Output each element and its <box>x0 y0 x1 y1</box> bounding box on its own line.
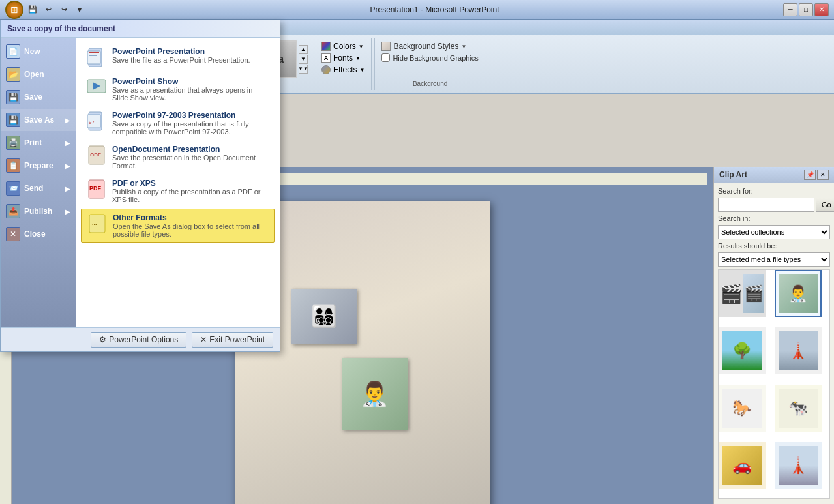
exit-powerpoint-btn[interactable]: ✕ Exit PowerPoint <box>192 332 273 348</box>
save-as-submenu: PowerPoint Presentation Save the file as… <box>81 43 275 243</box>
thumb-car[interactable]: 🚗 <box>719 442 766 489</box>
clip-art-body: Search for: Go Search in: Selected colle… <box>714 183 834 503</box>
ppt-desc: Save the file as a PowerPoint Presentati… <box>112 56 250 64</box>
office-button[interactable]: ⊞ <box>5 1 23 19</box>
maximize-btn[interactable]: □ <box>799 3 813 16</box>
title-bar-controls: ─ □ ✕ <box>783 3 829 16</box>
odf-title: OpenDocument Presentation <box>112 145 269 154</box>
thumb-tower[interactable]: 🗼 <box>775 327 822 374</box>
effects-dropdown-icon: ▼ <box>359 67 365 73</box>
search-input[interactable] <box>718 198 814 212</box>
clip-art-header: Clip Art 📌 ✕ <box>714 167 834 183</box>
new-icon: 📄 <box>6 44 20 59</box>
background-group-label: Background <box>379 80 481 87</box>
thumb-horse[interactable]: 🐎 <box>719 385 766 432</box>
odf-desc: Save the presentation in the Open Docume… <box>112 154 269 170</box>
search-in-dropdown[interactable]: Selected collections <box>718 225 830 239</box>
colors-btn[interactable]: Colors ▼ <box>319 40 367 52</box>
theme-scroll-more[interactable]: ▼▼ <box>299 65 308 74</box>
clip-art-header-btns: 📌 ✕ <box>804 170 829 180</box>
fonts-icon: A <box>321 53 331 63</box>
go-button[interactable]: Go <box>816 198 834 212</box>
show-title: PowerPoint Show <box>112 77 269 86</box>
thumb-eiffel[interactable]: 🗼 <box>775 442 822 489</box>
publish-label: Publish <box>24 207 52 216</box>
theme-scroll-down[interactable]: ▼ <box>299 55 308 64</box>
thumb-film[interactable]: 🎬 <box>719 270 766 317</box>
new-label: New <box>24 47 40 56</box>
results-grid: 🎬 👨‍⚕️ 🌳 🗼 🐎 🐄 <box>718 269 830 499</box>
redo-qat-btn[interactable]: ↪ <box>57 3 70 16</box>
prepare-icon: 📋 <box>6 158 20 173</box>
options-icon: ⚙ <box>99 335 106 344</box>
exit-label: Exit PowerPoint <box>209 335 265 344</box>
open-label: Open <box>24 70 44 79</box>
thumb-landscape[interactable]: 🌳 <box>719 327 766 374</box>
clip-art-pin-btn[interactable]: 📌 <box>804 170 816 180</box>
slide-image-doctor[interactable]: 👨‍⚕️ <box>342 358 408 430</box>
menu-item-prepare[interactable]: 📋 Prepare ▶ <box>1 155 76 177</box>
theme-scroll-up[interactable]: ▲ <box>299 45 308 54</box>
ppt97-text: PowerPoint 97-2003 Presentation Save a c… <box>112 111 269 136</box>
save-qat-btn[interactable]: 💾 <box>26 3 39 16</box>
effects-btn[interactable]: Effects ▼ <box>319 64 367 76</box>
hide-bg-checkbox[interactable] <box>381 53 390 62</box>
ribbon-group-theme-options: Colors ▼ A Fonts ▼ Effects ▼ <box>315 38 372 90</box>
ribbon-group-background: Background Styles ▼ Hide Background Grap… <box>374 38 484 90</box>
exit-icon: ✕ <box>200 335 207 344</box>
background-styles-btn[interactable]: Background Styles ▼ <box>379 40 481 52</box>
save-option-odf[interactable]: ODF OpenDocument Presentation Save the p… <box>81 141 275 173</box>
office-menu-footer: ⚙ PowerPoint Options ✕ Exit PowerPoint <box>1 327 280 351</box>
prepare-arrow: ▶ <box>65 162 70 170</box>
theme-scroll: ▲ ▼ ▼▼ <box>299 45 308 74</box>
odf-icon: ODF <box>86 145 107 166</box>
landscape-inner: 🌳 <box>722 331 762 370</box>
svg-text:PDF: PDF <box>89 185 102 192</box>
save-icon: 💾 <box>6 90 20 104</box>
menu-item-save-as[interactable]: 💾 Save As ▶ <box>1 109 76 131</box>
undo-qat-btn[interactable]: ↩ <box>42 3 55 16</box>
save-option-ppt[interactable]: PowerPoint Presentation Save the file as… <box>81 43 275 72</box>
pdf-title: PDF or XPS <box>112 179 269 188</box>
slide-image-children[interactable]: 👨‍👩‍👧‍👦 <box>291 289 357 344</box>
pdf-icon: PDF <box>86 179 107 200</box>
publish-arrow: ▶ <box>65 208 70 215</box>
menu-item-send[interactable]: 📨 Send ▶ <box>1 177 76 200</box>
print-arrow: ▶ <box>65 140 70 147</box>
minimize-btn[interactable]: ─ <box>783 3 797 16</box>
office-menu-right: PowerPoint Presentation Save the file as… <box>76 38 280 327</box>
menu-item-open[interactable]: 📂 Open <box>1 63 76 85</box>
show-desc: Save as a presentation that always opens… <box>112 86 269 102</box>
other-title: Other Formats <box>113 213 269 222</box>
save-as-icon: 💾 <box>6 113 20 127</box>
eiffel-inner: 🗼 <box>779 446 818 485</box>
save-option-pdf[interactable]: PDF PDF or XPS Publish a copy of the pre… <box>81 175 275 207</box>
menu-item-print[interactable]: 🖨️ Print ▶ <box>1 132 76 154</box>
hide-background-graphics-item[interactable]: Hide Background Graphics <box>379 52 481 63</box>
save-option-show[interactable]: PowerPoint Show Save as a presentation t… <box>81 73 275 106</box>
clip-art-close-btn[interactable]: ✕ <box>817 170 829 180</box>
save-as-label: Save As <box>24 115 54 125</box>
menu-item-new[interactable]: 📄 New <box>1 40 76 63</box>
menu-item-save[interactable]: 💾 Save <box>1 86 76 108</box>
powerpoint-options-btn[interactable]: ⚙ PowerPoint Options <box>91 332 186 348</box>
office-menu-header: Save a copy of the document <box>1 20 280 38</box>
thumb-doctor-selected[interactable]: 👨‍⚕️ <box>775 270 822 317</box>
send-icon: 📨 <box>6 181 20 196</box>
office-menu: Save a copy of the document 📄 New 📂 Open… <box>0 20 280 352</box>
fonts-btn[interactable]: A Fonts ▼ <box>319 52 367 64</box>
save-option-other[interactable]: ... Other Formats Open the Save As dialo… <box>81 209 275 243</box>
prepare-label: Prepare <box>24 161 53 170</box>
thumb-cow[interactable]: 🐄 <box>775 385 822 432</box>
save-as-arrow: ▶ <box>65 117 70 124</box>
cow-inner: 🐄 <box>779 389 818 428</box>
menu-item-close[interactable]: ✕ Close <box>1 223 76 245</box>
qat-dropdown-btn[interactable]: ▼ <box>73 3 86 16</box>
menu-item-publish[interactable]: 📤 Publish ▶ <box>1 200 76 222</box>
save-option-97[interactable]: 97 PowerPoint 97-2003 Presentation Save … <box>81 107 275 140</box>
pdf-text: PDF or XPS Publish a copy of the present… <box>112 179 269 203</box>
results-dropdown[interactable]: Selected media file types <box>718 252 830 267</box>
ppt97-desc: Save a copy of the presentation that is … <box>112 120 269 136</box>
close-btn[interactable]: ✕ <box>814 3 829 16</box>
send-label: Send <box>24 184 43 193</box>
